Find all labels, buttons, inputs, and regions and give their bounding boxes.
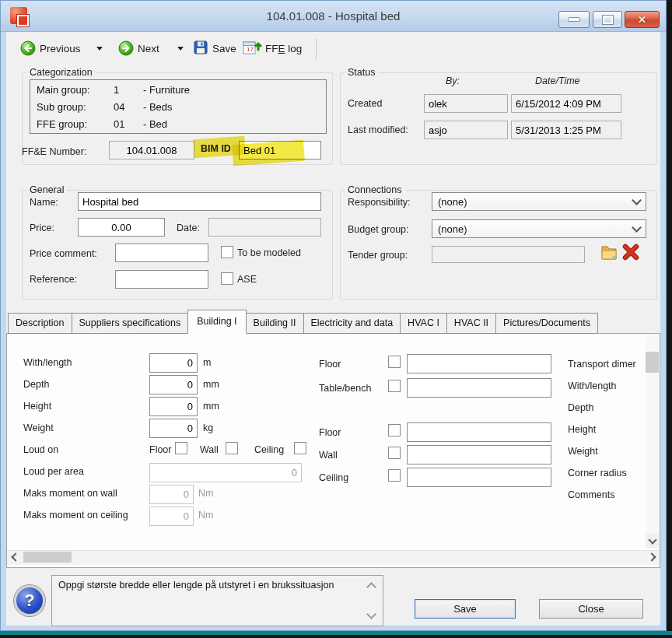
mount-floor-label: Floor [319, 359, 341, 370]
tab-description[interactable]: Description [8, 313, 72, 334]
table-bench-checkbox[interactable] [388, 380, 401, 392]
tab-pictures-documents[interactable]: Pictures/Documents [495, 313, 598, 334]
close-window-button[interactable]: ✕ [625, 11, 660, 28]
right-with-length-label: With/length [568, 380, 617, 391]
chevron-down-icon [648, 535, 656, 544]
toolbar-separator [316, 39, 317, 59]
depth-unit: mm [203, 379, 219, 390]
date-label: Date: [177, 223, 200, 233]
question-mark-icon: ? [24, 591, 34, 611]
weight-unit: kg [203, 422, 213, 433]
horizontal-scrollbar[interactable] [7, 550, 660, 565]
tab-hvac-2[interactable]: HVAC II [446, 313, 496, 334]
save-button[interactable]: Save [415, 599, 516, 619]
fasten-wall-input[interactable] [407, 445, 551, 464]
height-input[interactable]: 0 [149, 397, 198, 416]
folder-icon [600, 243, 618, 261]
responsibility-select[interactable]: (none) [432, 192, 646, 211]
chevron-up-icon[interactable] [366, 582, 376, 592]
reference-input[interactable] [115, 270, 208, 289]
weight-input[interactable]: 0 [149, 419, 198, 438]
price-input[interactable]: 0.00 [78, 218, 165, 237]
mount-floor-checkbox[interactable] [388, 356, 401, 368]
fasten-wall-checkbox[interactable] [388, 447, 401, 459]
last-modified-label: Last modified: [348, 124, 408, 135]
maks-moment-wall-label: Maks moment on wall [23, 488, 117, 499]
loud-on-floor-label: Floor [149, 444, 171, 455]
chevron-down-icon [632, 195, 642, 205]
scroll-down-button[interactable] [646, 534, 659, 549]
tender-group-clear-button[interactable] [621, 243, 640, 261]
tender-group-browse-button[interactable] [600, 243, 618, 261]
tab-suppliers-specifications[interactable]: Suppliers specifications [72, 313, 189, 334]
scroll-left-button[interactable] [7, 551, 21, 563]
fasten-ceiling-input[interactable] [407, 468, 551, 487]
with-length-input[interactable]: 0 [149, 353, 198, 373]
fasten-floor-checkbox[interactable] [388, 424, 401, 436]
categorization-row: FFE group: 01 - Bed [37, 116, 326, 133]
loud-on-ceiling-checkbox[interactable] [294, 442, 306, 454]
ffe-number-field[interactable]: 104.01.008 [109, 141, 194, 160]
loud-on-floor-checkbox[interactable] [175, 442, 187, 454]
depth-label: Depth [23, 379, 49, 390]
bim-id-label: BIM ID [201, 143, 231, 154]
table-bench-input[interactable] [407, 378, 551, 398]
vertical-scrollbar-thumb[interactable] [646, 352, 659, 373]
next-button[interactable]: Next [138, 43, 159, 54]
loud-on-wall-checkbox[interactable] [226, 442, 238, 454]
bim-id-input[interactable]: Bed 01 [239, 141, 321, 160]
price-comment-input[interactable] [115, 244, 208, 262]
fasten-floor-input[interactable] [407, 422, 551, 442]
categorization-title: Categorization [26, 67, 96, 78]
maks-moment-wall-unit: Nm [198, 488, 213, 499]
to-be-modeled-label: To be modeled [237, 247, 301, 258]
fasten-ceiling-checkbox[interactable] [388, 469, 401, 482]
price-comment-label: Price comment: [30, 248, 97, 259]
previous-dropdown-caret-icon[interactable] [96, 47, 103, 51]
right-depth-label: Depth [568, 402, 593, 413]
with-length-unit: m [203, 357, 211, 368]
scroll-right-button[interactable] [646, 551, 660, 563]
restore-button[interactable] [593, 11, 622, 28]
ffe-log-button[interactable]: FFE log [265, 43, 302, 54]
connections-title: Connections [345, 184, 405, 195]
tab-building-2[interactable]: Building II [246, 313, 304, 334]
general-title: General [26, 184, 67, 195]
maks-moment-ceiling-input[interactable]: 0 [149, 507, 194, 526]
categorization-row: Main group: 1 - Furniture [37, 82, 326, 99]
loud-per-area-input[interactable]: 0 [149, 463, 302, 482]
help-message-box[interactable]: Oppgi største bredde eller lengde på uts… [51, 575, 383, 626]
modified-datetime-field: 5/31/2013 1:25 PM [511, 121, 621, 139]
fasten-wall-label: Wall [319, 450, 338, 461]
tab-hvac-1[interactable]: HVAC I [400, 313, 447, 334]
name-label: Name: [30, 197, 58, 208]
chevron-right-icon [647, 552, 656, 561]
budget-group-label: Budget group: [348, 224, 409, 235]
to-be-modeled-checkbox[interactable] [221, 246, 233, 258]
chevron-down-icon[interactable] [366, 609, 376, 619]
minimize-button[interactable] [558, 11, 590, 28]
close-button[interactable]: Close [539, 599, 643, 619]
mount-floor-input[interactable] [407, 354, 551, 373]
tab-electricity-and-data[interactable]: Electricity and data [303, 313, 401, 334]
save-toolbar-button[interactable]: Save [212, 43, 236, 54]
budget-group-select[interactable]: (none) [432, 219, 646, 238]
loud-on-label: Loud on [23, 444, 58, 455]
depth-input[interactable]: 0 [149, 375, 198, 394]
tab-strip: Description Suppliers specifications Bui… [8, 310, 597, 334]
reference-label: Reference: [30, 274, 77, 285]
ffe-log-icon: 17 [243, 40, 263, 55]
loud-on-wall-label: Wall [200, 444, 219, 455]
name-input[interactable]: Hospital bed [78, 192, 321, 211]
responsibility-label: Responsibility: [348, 197, 411, 208]
maks-moment-wall-input[interactable]: 0 [149, 485, 194, 504]
tender-group-field [432, 246, 585, 263]
previous-button[interactable]: Previous [40, 43, 81, 54]
date-field [208, 218, 321, 237]
help-button[interactable]: ? [14, 585, 45, 616]
ase-checkbox[interactable] [221, 272, 233, 285]
tab-building-1[interactable]: Building I [187, 310, 246, 334]
horizontal-scrollbar-thumb[interactable] [23, 552, 72, 563]
price-label: Price: [30, 223, 54, 233]
next-dropdown-caret-icon[interactable] [177, 47, 184, 51]
